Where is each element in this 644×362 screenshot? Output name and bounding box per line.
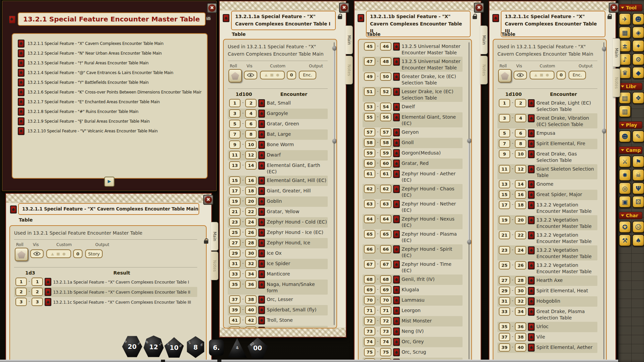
range-from-cell[interactable]: 60	[364, 159, 375, 168]
table-link-icon[interactable]	[45, 288, 51, 296]
range-to-cell[interactable]: 14	[245, 161, 257, 170]
table-link-icon[interactable]	[258, 120, 265, 128]
range-from-cell[interactable]: 3	[229, 109, 240, 118]
range-from-cell[interactable]: 31	[229, 259, 240, 268]
sidebar-button-coins-icon[interactable]: ◎	[619, 182, 631, 194]
table-row-link[interactable]: Great Drake, Light (EC) Selection Table	[536, 99, 597, 113]
table-link-icon[interactable]	[393, 317, 400, 325]
table-link-icon[interactable]	[393, 327, 400, 336]
range-from-cell[interactable]: 37	[499, 333, 510, 341]
range-to-cell[interactable]: 18	[245, 187, 257, 195]
table-row-link[interactable]: Zephyr Hound - Nether (EC)	[401, 200, 462, 214]
tab-notes[interactable]: Notes	[613, 68, 620, 97]
range-to-cell[interactable]: 10	[515, 150, 526, 158]
table-row-link[interactable]: Gargoyle	[267, 109, 288, 117]
range-to-cell[interactable]: 34	[245, 270, 257, 278]
range-from-cell[interactable]: 15	[229, 176, 240, 185]
roll-button[interactable]	[228, 69, 242, 82]
sidebar-button-dice-icon[interactable]: ⚄	[632, 196, 644, 208]
sidebar-button-calendar-icon[interactable]: ▦	[619, 26, 631, 39]
range-from-cell[interactable]: 70	[364, 296, 375, 304]
visibility-button[interactable]	[30, 249, 44, 258]
range-from-cell[interactable]: 55	[364, 113, 375, 121]
range-from-cell[interactable]: 5	[229, 120, 240, 128]
table-row-link[interactable]: 13.2.1.1b Special Feature - "X" Cavern C…	[53, 288, 190, 295]
table-row-link[interactable]: 13.2.2 Vegetation Encounter Master Table	[536, 246, 597, 260]
table-link-icon[interactable]	[393, 170, 400, 178]
table-link-icon[interactable]	[528, 287, 535, 295]
range-to-cell[interactable]: 40	[515, 343, 526, 352]
sidebar-button-crown-icon[interactable]: ♛	[619, 67, 631, 79]
table-row-link[interactable]: Zephyr Hound - Time (EC)	[401, 260, 462, 274]
tab-main[interactable]: Main	[613, 38, 620, 67]
table-link-icon[interactable]	[528, 201, 535, 209]
range-to-cell[interactable]: 14	[515, 180, 526, 188]
range-to-cell[interactable]: 16	[245, 176, 257, 185]
scrollbar-ball[interactable]	[602, 129, 606, 133]
table-link-icon[interactable]	[393, 139, 400, 147]
output-mode-button[interactable]: Story	[85, 249, 103, 258]
range-to-cell[interactable]: 64	[380, 215, 391, 223]
table-link-icon[interactable]	[528, 129, 535, 137]
table-row-link[interactable]: Zephyr Hound - Nexus (EC)	[401, 215, 462, 229]
range-from-cell[interactable]: 11	[229, 151, 240, 159]
sidebar-section-tool[interactable]: Tool	[619, 4, 642, 11]
table-link[interactable]: 13.2.1.6 Special Feature - "K" Cross-ove…	[28, 90, 202, 95]
die[interactable]: 6.	[209, 340, 224, 356]
table-row-link[interactable]: Genii, Ifrit (IV)	[401, 275, 434, 283]
range-from-cell[interactable]: 17	[499, 201, 510, 209]
table-row-link[interactable]: Dwelf	[401, 103, 415, 110]
table-row-link[interactable]: Gnome	[536, 180, 553, 187]
table-row-link[interactable]: Bat, Small	[267, 99, 290, 106]
table-row-link[interactable]: Spirit Elemental, Fire	[536, 139, 585, 147]
range-from-cell[interactable]: 3	[499, 114, 510, 122]
table-row-link[interactable]: Empusa	[536, 129, 555, 136]
table-row-link[interactable]: Spirit Elemental, Aether	[536, 343, 592, 351]
table-link-icon[interactable]	[528, 261, 535, 269]
sidebar-button-d20-die-icon[interactable]: ◈	[632, 26, 644, 39]
table-link-icon[interactable]	[528, 99, 535, 107]
range-to-cell[interactable]: 22	[245, 207, 257, 216]
table-row-link[interactable]: Spirit Elemental, Heat	[536, 287, 588, 294]
table-row-link[interactable]: Orc, Grey	[401, 338, 424, 345]
table-row-link[interactable]: Gnoll	[401, 138, 414, 146]
sidebar-button-jet-icon[interactable]: ✈	[619, 13, 631, 25]
range-to-cell[interactable]: 38	[245, 295, 257, 304]
scrollbar[interactable]	[468, 42, 471, 359]
table-row-link[interactable]: Goblin	[267, 197, 282, 204]
lock-icon[interactable]	[473, 13, 478, 19]
range-from-cell[interactable]: 2	[15, 288, 27, 296]
range-from-cell[interactable]: 15	[499, 190, 510, 199]
range-from-cell[interactable]: 74	[364, 338, 375, 346]
range-from-cell[interactable]: 19	[499, 216, 510, 224]
table-link-icon[interactable]	[528, 216, 535, 224]
table-link-icon[interactable]	[528, 333, 535, 341]
range-from-cell[interactable]: 23	[229, 218, 240, 226]
table-link-icon[interactable]	[258, 187, 265, 195]
range-from-cell[interactable]: 31	[499, 297, 510, 305]
table-link-icon[interactable]	[393, 43, 400, 51]
table-link-icon[interactable]	[258, 260, 265, 268]
table-row-link[interactable]: Ice Ox	[267, 249, 281, 256]
range-to-cell[interactable]: 32	[245, 259, 257, 268]
range-to-cell[interactable]: 42	[245, 316, 257, 324]
range-to-cell[interactable]: 12	[515, 165, 526, 173]
range-from-cell[interactable]: 63	[364, 200, 375, 208]
range-to-cell[interactable]: 16	[515, 190, 526, 199]
table-row-link[interactable]: Orc, Lesser	[267, 295, 293, 303]
table-link[interactable]: 13.2.1.9 Special Feature - "§" Burial Ar…	[28, 119, 150, 124]
range-from-cell[interactable]: 7	[499, 139, 510, 148]
range-from-cell[interactable]: 39	[229, 306, 240, 314]
lock-icon[interactable]	[607, 13, 613, 19]
table-link-icon[interactable]	[393, 296, 400, 304]
table-link-icon[interactable]	[258, 296, 265, 304]
custom-dice-button[interactable]: ▲ ■ ●	[260, 71, 285, 79]
tab-notes[interactable]: Notes	[211, 251, 218, 280]
table-row-link[interactable]: Greater Drake, Ice (EC) Selection Table	[401, 72, 462, 86]
table-link-icon[interactable]	[45, 298, 51, 306]
tab-main[interactable]: Main	[211, 222, 218, 251]
table-row-link[interactable]: Neng (IV)	[401, 327, 424, 335]
table-link-icon[interactable]	[528, 180, 535, 188]
table-row-link[interactable]: 13.2.2 Vegetation Encounter Master Table	[536, 201, 597, 215]
sidebar-section-play[interactable]: Play	[619, 121, 642, 129]
